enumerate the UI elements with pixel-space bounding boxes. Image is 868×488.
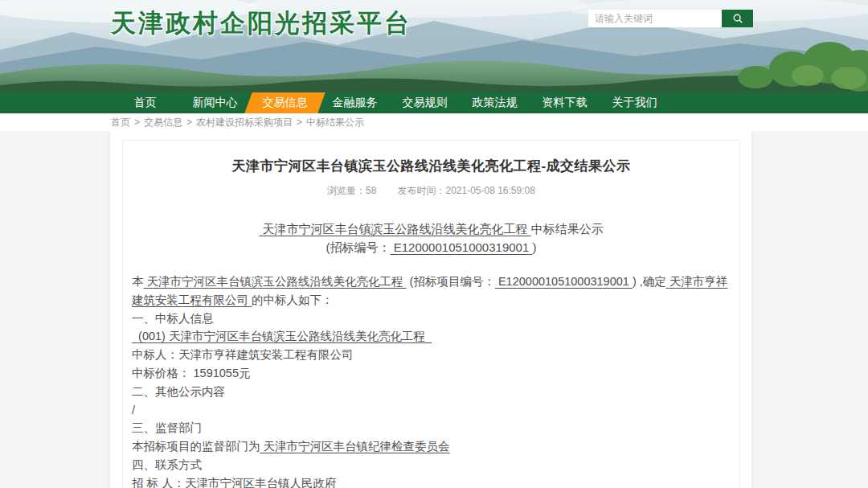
publish-label: 发布时间： — [397, 185, 445, 196]
article-subtitle-line: 天津市宁河区丰台镇滨玉公路线沿线美化亮化工程 中标结果公示 — [132, 219, 731, 238]
nav-item-label: 交易信息 — [263, 96, 308, 110]
text-segment: 四、联系方式 — [132, 458, 202, 471]
text-segment: 三、监督部门 — [132, 421, 202, 434]
main-area: 天津市宁河区丰台镇滨玉公路线沿线美化亮化工程-成交结果公示 浏览量：58发布时间… — [0, 131, 868, 488]
publish-time: 2021-05-08 16:59:08 — [445, 185, 534, 196]
search-box — [588, 10, 753, 27]
article-panel: 天津市宁河区丰台镇滨玉公路线沿线美化亮化工程-成交结果公示 浏览量：58发布时间… — [122, 140, 740, 488]
breadcrumb-link[interactable]: 交易信息 — [144, 116, 182, 129]
article-line: 招 标 人：天津市宁河区丰台镇人民政府 — [132, 474, 731, 488]
article-line: 三、监督部门 — [132, 419, 731, 437]
underlined-text: 天津市宁河区丰台镇滨玉公路线沿线美化亮化工程 — [259, 222, 530, 236]
article-line: 中标价格： 1591055元 — [132, 364, 731, 383]
article-line: 四、联系方式 — [132, 456, 731, 474]
article-line: / — [132, 401, 731, 420]
nav-item-news[interactable]: 新闻中心 — [180, 92, 250, 113]
breadcrumb-separator: > — [186, 117, 192, 128]
search-input[interactable] — [588, 10, 722, 27]
site-title: 天津政村企阳光招采平台 — [111, 6, 411, 40]
nav-item-label: 交易规则 — [403, 96, 448, 110]
views-count: 58 — [366, 185, 376, 196]
text-segment: 中标人：天津市亨祥建筑安装工程有限公司 — [132, 348, 354, 361]
article-subtitle-line: (招标编号： E1200001051000319001 ) — [132, 238, 731, 256]
text-segment: ) ,确定 — [633, 275, 666, 288]
breadcrumb-current: 中标结果公示 — [306, 116, 364, 129]
magnifier-icon — [732, 13, 743, 24]
nav-item-trade-info[interactable]: 交易信息 — [250, 92, 320, 113]
text-segment: ) — [532, 240, 536, 254]
nav-item-label: 政策法规 — [473, 96, 518, 110]
article-line: 本 天津市宁河区丰台镇滨玉公路线沿线美化亮化工程 (招标项目编号： E12000… — [132, 273, 731, 310]
underlined-text: (001) 天津市宁河区丰台镇滨玉公路线沿线美化亮化工程 — [132, 330, 432, 342]
nav-item-label: 新闻中心 — [193, 96, 238, 110]
text-segment: (招标编号： — [326, 240, 391, 254]
article-line: 二、其他公示内容 — [132, 383, 731, 401]
nav-item-home[interactable]: 首页 — [110, 92, 180, 113]
article-title: 天津市宁河区丰台镇滨玉公路线沿线美化亮化工程-成交结果公示 — [132, 157, 731, 175]
article-subtitle-block: 天津市宁河区丰台镇滨玉公路线沿线美化亮化工程 中标结果公示(招标编号： E120… — [132, 219, 731, 256]
text-segment: 的中标人如下： — [252, 293, 334, 306]
views-label: 浏览量： — [327, 185, 366, 196]
text-segment: / — [132, 404, 135, 416]
search-button[interactable] — [722, 10, 753, 27]
text-segment: 本招标项目的监督部门为 — [132, 440, 260, 453]
underlined-text: 天津市宁河区丰台镇纪律检查委员会 — [260, 440, 450, 453]
nav-item-label: 关于我们 — [612, 96, 657, 110]
main-nav: 首页新闻中心交易信息金融服务交易规则政策法规资料下载关于我们 — [0, 92, 868, 113]
nav-item-finance[interactable]: 金融服务 — [320, 92, 390, 113]
breadcrumb-link[interactable]: 首页 — [111, 116, 130, 129]
nav-item-label: 首页 — [134, 96, 157, 110]
breadcrumb: 首页>交易信息>农村建设招标采购项目>中标结果公示 — [0, 113, 868, 131]
nav-item-downloads[interactable]: 资料下载 — [530, 92, 600, 113]
text-segment: 一、中标人信息 — [132, 312, 214, 325]
breadcrumb-separator: > — [297, 117, 302, 128]
nav-item-policies[interactable]: 政策法规 — [460, 92, 530, 113]
text-segment: 二、其他公示内容 — [132, 385, 225, 398]
nav-item-trade-rules[interactable]: 交易规则 — [390, 92, 460, 113]
content-card: 天津市宁河区丰台镇滨玉公路线沿线美化亮化工程-成交结果公示 浏览量：58发布时间… — [110, 131, 751, 488]
underlined-text: 天津市宁河区丰台镇滨玉公路线沿线美化亮化工程 — [144, 275, 407, 288]
nav-item-label: 金融服务 — [333, 96, 378, 110]
nav-item-label: 资料下载 — [542, 96, 588, 110]
article-line: 本招标项目的监督部门为 天津市宁河区丰台镇纪律检查委员会 — [132, 437, 731, 456]
underlined-text: E1200001051000319001 — [391, 240, 533, 254]
underlined-text: E1200001051000319001 — [495, 275, 633, 288]
breadcrumb-link[interactable]: 农村建设招标采购项目 — [196, 116, 293, 129]
nav-item-about[interactable]: 关于我们 — [600, 92, 669, 113]
text-segment: 招 标 人：天津市宁河区丰台镇人民政府 — [132, 477, 337, 488]
breadcrumb-separator: > — [134, 117, 140, 128]
page: 天津政村企阳光招采平台 首页新闻中心交易信息金融服务交易规则政策法规资料下载关于… — [0, 0, 868, 488]
article-body: 本 天津市宁河区丰台镇滨玉公路线沿线美化亮化工程 (招标项目编号： E12000… — [132, 273, 731, 488]
text-segment: 中标结果公示 — [531, 222, 604, 236]
article-line: 中标人：天津市亨祥建筑安装工程有限公司 — [132, 346, 731, 364]
header-banner: 天津政村企阳光招采平台 — [0, 0, 868, 92]
text-segment: (招标项目编号： — [407, 275, 495, 288]
article-line: (001) 天津市宁河区丰台镇滨玉公路线沿线美化亮化工程 — [132, 327, 731, 346]
text-segment: 本 — [132, 275, 144, 288]
article-meta: 浏览量：58发布时间：2021-05-08 16:59:08 — [132, 184, 731, 198]
article-line: 一、中标人信息 — [132, 310, 731, 328]
text-segment: 中标价格： 1591055元 — [132, 367, 250, 379]
